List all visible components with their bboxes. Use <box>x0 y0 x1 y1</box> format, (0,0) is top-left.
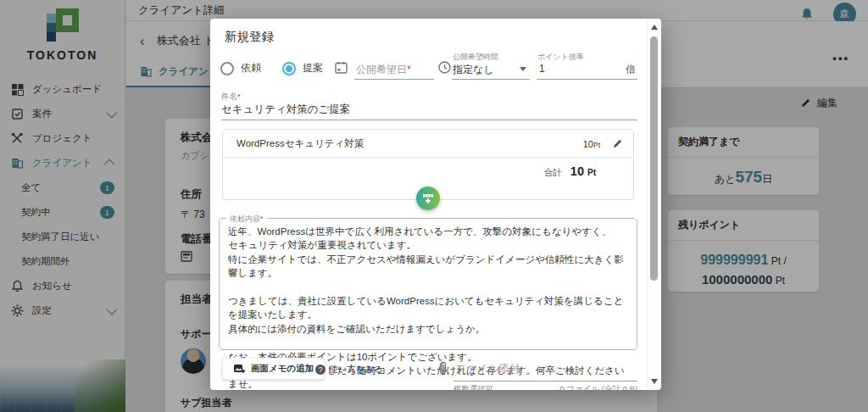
help-link[interactable]: ? 使い方をみる <box>315 364 383 376</box>
screen-memo-icon <box>233 364 245 375</box>
modal-title: 新規登録 <box>225 29 274 45</box>
new-registration-modal: 新規登録 依頼 提案 公開希望日* 公開希望時間 指定なし <box>210 19 661 390</box>
question-icon: ? <box>315 365 326 375</box>
attach-note-left: 複数選択可 <box>453 384 494 390</box>
subject-label: 件名* <box>221 92 241 103</box>
date-input[interactable]: 公開希望日* <box>356 63 411 77</box>
rate-unit: 倍 <box>626 63 636 77</box>
request-body-label: 依頼内容* <box>226 214 267 225</box>
item-points: 10 <box>583 139 593 149</box>
attach-note-right: 0 ファイル (合計 0 B) <box>559 384 637 390</box>
attach-placeholder: ファイル添付 <box>455 362 520 376</box>
item-name: WordPressセキュリティ対策 <box>236 137 364 150</box>
scroll-down-icon[interactable] <box>651 379 658 384</box>
modal-form-row: 依頼 提案 公開希望日* 公開希望時間 指定なし ポイント倍率 1 倍 <box>210 56 647 85</box>
radio-label: 依頼 <box>241 61 261 75</box>
radio-label: 提案 <box>303 61 323 75</box>
total-label: 合計 <box>544 167 562 179</box>
subject-input[interactable]: セキュリティ対策のご提案 <box>221 103 350 117</box>
edit-item-pencil-icon[interactable] <box>612 138 623 149</box>
scroll-up-icon[interactable] <box>651 25 658 30</box>
clock-icon <box>437 60 452 75</box>
rate-input[interactable]: 1 <box>539 63 545 75</box>
select-caret-icon <box>520 67 526 71</box>
help-label: 使い方をみる <box>329 364 383 376</box>
radio-proposal[interactable]: 提案 <box>282 61 323 75</box>
radio-request[interactable]: 依頼 <box>220 61 261 75</box>
app-root: TOKOTON ダッシュボード 案件 プロジェクト <box>0 0 868 412</box>
total-points: 10 <box>570 164 584 178</box>
item-row: WordPressセキュリティ対策 10Pt <box>223 130 633 158</box>
time-select[interactable]: 指定なし <box>453 63 494 77</box>
time-field-label: 公開希望時間 <box>453 52 498 63</box>
modal-scrollbar[interactable] <box>647 19 660 390</box>
file-attach-field[interactable]: ファイル添付 <box>437 359 520 378</box>
paperclip-icon <box>437 359 448 378</box>
radio-selected-icon <box>282 62 296 75</box>
memo-button-label: 画面メモの追加 <box>251 363 314 375</box>
proposal-items-card: WordPressセキュリティ対策 10Pt 合計 10 Pt <box>222 129 634 200</box>
request-body-field[interactable]: 依頼内容* 近年、WordPressは世界中で広く利用されている一方で、攻撃の対… <box>219 218 637 350</box>
scrollbar-thumb[interactable] <box>650 36 658 281</box>
rate-field-label: ポイント倍率 <box>537 52 584 63</box>
add-item-button[interactable] <box>416 187 440 210</box>
add-item-icon <box>422 192 434 204</box>
calendar-icon[interactable] <box>334 60 348 75</box>
radio-unselected-icon <box>220 62 234 75</box>
attach-notes: 複数選択可 0 ファイル (合計 0 B) <box>453 384 637 390</box>
total-row: 合計 10 Pt <box>223 158 633 179</box>
add-screen-memo-button[interactable]: 画面メモの追加 <box>222 358 325 380</box>
